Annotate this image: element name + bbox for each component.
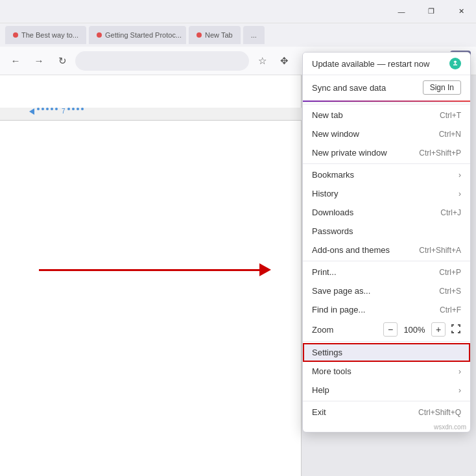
red-arrow-indicator xyxy=(39,263,271,276)
menu-item-label: Add-ons and themes xyxy=(312,245,419,255)
forward-button[interactable]: → xyxy=(29,51,49,71)
menu-item-label: Exit xyxy=(312,407,418,417)
tab-3[interactable]: New Tab xyxy=(189,26,241,44)
update-dot-icon xyxy=(449,58,461,69)
tab-bar: The Best way to... Getting Started Proto… xyxy=(0,23,476,47)
zoom-value: 100% xyxy=(403,325,426,335)
tab-favicon xyxy=(97,32,102,38)
sync-text: Sync and save data xyxy=(312,83,386,93)
menu-shortcut: Ctrl+P xyxy=(439,268,461,277)
tab-label: ... xyxy=(251,31,257,39)
menu-item-label: New window xyxy=(312,129,439,139)
dropdown-menu: Update available — restart now Sync and … xyxy=(302,52,471,433)
tab-4[interactable]: ... xyxy=(243,26,265,44)
menu-item-downloads[interactable]: Downloads Ctrl+J xyxy=(303,203,470,222)
update-text: Update available — restart now xyxy=(312,59,449,69)
menu-item-label: Settings xyxy=(312,348,461,357)
menu-item-find[interactable]: Find in page... Ctrl+F xyxy=(303,300,470,319)
maximize-button[interactable]: ❐ xyxy=(416,0,446,23)
sync-indicator xyxy=(303,101,470,102)
menu-item-label: Bookmarks xyxy=(312,170,453,180)
chevron-right-icon: › xyxy=(458,367,461,376)
red-arrow-head xyxy=(259,263,271,276)
menu-item-bookmarks[interactable]: Bookmarks › xyxy=(303,165,470,184)
divider-1 xyxy=(303,104,470,104)
menu-item-label: History xyxy=(312,189,453,198)
menu-item-label: Find in page... xyxy=(312,305,440,315)
tab-label: The Best way to... xyxy=(21,31,78,39)
zoom-row: Zoom − 100% + xyxy=(303,319,470,340)
tab-label: Getting Started Protoc... xyxy=(105,31,182,39)
menu-item-label: Save page as... xyxy=(312,286,439,296)
sign-in-button[interactable]: Sign In xyxy=(423,80,461,95)
close-button[interactable]: ✕ xyxy=(446,0,476,23)
ruler-number: 7 xyxy=(62,108,65,115)
address-bar[interactable] xyxy=(75,51,249,71)
divider-3 xyxy=(303,261,470,261)
title-bar-controls: — ❐ ✕ xyxy=(387,0,476,23)
sync-row-container: Sync and save data Sign In xyxy=(303,75,470,102)
menu-shortcut: Ctrl+Shift+P xyxy=(419,149,461,158)
menu-shortcut: Ctrl+F xyxy=(440,305,461,315)
menu-item-label: New tab xyxy=(312,110,440,120)
update-row[interactable]: Update available — restart now xyxy=(303,53,470,75)
menu-item-label: More tools xyxy=(312,366,453,376)
page-ruler: 7 xyxy=(0,108,302,121)
sync-row: Sync and save data Sign In xyxy=(303,75,470,102)
menu-item-label: Help xyxy=(312,385,453,395)
menu-item-label: Downloads xyxy=(312,208,440,217)
menu-item-label: Print... xyxy=(312,267,439,277)
menu-shortcut: Ctrl+Shift+Q xyxy=(418,408,461,417)
menu-footer: wsxdn.com xyxy=(303,422,470,432)
chevron-right-icon: › xyxy=(458,189,461,198)
title-bar: — ❐ ✕ xyxy=(0,0,476,23)
divider-2 xyxy=(303,163,470,164)
menu-item-more-tools[interactable]: More tools › xyxy=(303,362,470,381)
menu-shortcut: Ctrl+T xyxy=(440,111,461,120)
menu-item-passwords[interactable]: Passwords xyxy=(303,222,470,241)
red-arrow-line xyxy=(39,269,259,271)
menu-shortcut: Ctrl+J xyxy=(440,208,461,217)
menu-item-new-tab[interactable]: New tab Ctrl+T xyxy=(303,106,470,125)
menu-item-print[interactable]: Print... Ctrl+P xyxy=(303,263,470,281)
chevron-right-icon: › xyxy=(458,386,461,395)
watermark: wsxdn.com xyxy=(434,423,466,431)
chevron-right-icon: › xyxy=(458,171,461,180)
divider-4 xyxy=(303,341,470,342)
star-icon[interactable]: ☆ xyxy=(252,51,272,71)
menu-item-private-window[interactable]: New private window Ctrl+Shift+P xyxy=(303,143,470,162)
tab-favicon xyxy=(13,32,18,38)
menu-item-save-page[interactable]: Save page as... Ctrl+S xyxy=(303,281,470,300)
ruler-dots: 7 xyxy=(37,108,84,115)
refresh-button[interactable]: ↻ xyxy=(52,51,73,71)
browser-frame: — ❐ ✕ The Best way to... Getting Started… xyxy=(0,0,476,476)
tab-label: New Tab xyxy=(205,31,233,39)
menu-shortcut: Ctrl+S xyxy=(439,287,461,296)
tab-favicon xyxy=(196,32,202,38)
menu-item-exit[interactable]: Exit Ctrl+Shift+Q xyxy=(303,403,470,422)
menu-shortcut: Ctrl+N xyxy=(439,130,461,139)
menu-shortcut: Ctrl+Shift+A xyxy=(419,246,461,255)
zoom-in-button[interactable]: + xyxy=(431,322,446,337)
menu-item-new-window[interactable]: New window Ctrl+N xyxy=(303,125,470,143)
ruler-marker: 7 xyxy=(29,108,84,115)
tab-1[interactable]: The Best way to... xyxy=(5,26,86,44)
menu-item-help[interactable]: Help › xyxy=(303,381,470,399)
minimize-button[interactable]: — xyxy=(387,0,416,23)
menu-item-label: Passwords xyxy=(312,226,461,236)
menu-item-addons[interactable]: Add-ons and themes Ctrl+Shift+A xyxy=(303,241,470,259)
tab-2[interactable]: Getting Started Protoc... xyxy=(89,26,186,44)
menu-item-settings[interactable]: Settings xyxy=(303,343,470,362)
fullscreen-button[interactable] xyxy=(451,324,461,336)
ruler-arrow-icon xyxy=(29,108,34,115)
back-button[interactable]: ← xyxy=(5,51,26,71)
menu-item-history[interactable]: History › xyxy=(303,184,470,203)
divider-5 xyxy=(303,401,470,401)
zoom-out-button[interactable]: − xyxy=(383,322,398,337)
menu-item-label: New private window xyxy=(312,148,419,158)
zoom-label: Zoom xyxy=(312,325,333,335)
extensions-icon[interactable]: ✥ xyxy=(274,51,294,71)
zoom-controls: − 100% + xyxy=(383,322,461,337)
